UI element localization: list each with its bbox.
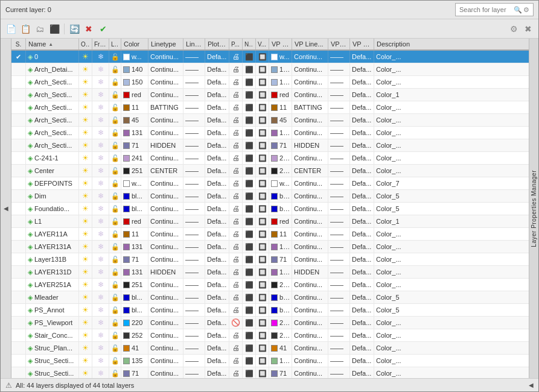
cell-lock[interactable]: 🔓 bbox=[109, 165, 121, 177]
cell-newvp[interactable]: ⬛ bbox=[243, 101, 256, 113]
cell-vpcolor-num[interactable]: 🔲 bbox=[256, 89, 269, 101]
cell-lineweight[interactable]: —— bbox=[183, 266, 205, 278]
cell-vpcolor-num[interactable]: 🔲 bbox=[256, 329, 269, 341]
cell-vpplotstyle[interactable]: Defa... bbox=[350, 203, 374, 215]
cell-description[interactable]: Color_... bbox=[374, 355, 529, 367]
cell-vplineweight[interactable]: —— bbox=[328, 367, 350, 378]
cell-name[interactable]: ◈ Struc_Secti... bbox=[26, 367, 79, 378]
cell-vpplotstyle[interactable]: Defa... bbox=[350, 355, 374, 367]
cell-linetype[interactable]: Continu... bbox=[148, 317, 183, 329]
cell-on[interactable]: ☀ bbox=[79, 215, 92, 227]
table-row[interactable]: ◈ Layer131B ☀ ❄ 🔓 71 Continu... —— Defa.… bbox=[11, 253, 529, 266]
cell-lineweight[interactable]: —— bbox=[183, 215, 205, 227]
cell-lock[interactable]: 🔓 bbox=[109, 51, 121, 63]
cell-vpcolor[interactable]: 11 bbox=[269, 101, 292, 113]
cell-vplinetype[interactable]: Continu... bbox=[292, 241, 328, 253]
cell-linetype[interactable]: Continu... bbox=[148, 215, 183, 227]
search-box[interactable]: 🔍 ⚙ bbox=[455, 3, 534, 16]
cell-linetype[interactable]: Continu... bbox=[148, 355, 183, 367]
close-button[interactable]: ✖ bbox=[521, 22, 535, 36]
cell-lock[interactable]: 🔓 bbox=[109, 152, 121, 164]
cell-linetype[interactable]: HIDDEN bbox=[148, 266, 183, 278]
cell-lock[interactable]: 🔓 bbox=[109, 304, 121, 316]
cell-vplineweight[interactable]: —— bbox=[328, 177, 350, 189]
cell-vplineweight[interactable]: —— bbox=[328, 279, 350, 291]
cell-linetype[interactable]: Continu... bbox=[148, 228, 183, 240]
cell-name[interactable]: ◈ LAYER11A bbox=[26, 228, 79, 240]
cell-linetype[interactable]: Continu... bbox=[148, 304, 183, 316]
cell-lock[interactable]: 🔓 bbox=[109, 190, 121, 202]
cell-description[interactable]: Color_1 bbox=[374, 215, 529, 227]
cell-plot[interactable]: 🖨 bbox=[229, 304, 243, 316]
cell-description[interactable]: Color_7 bbox=[374, 177, 529, 189]
cell-vpplotstyle[interactable]: Defa... bbox=[350, 152, 374, 164]
cell-name[interactable]: ◈ Arch_Secti... bbox=[26, 101, 79, 113]
cell-lock[interactable]: 🔓 bbox=[109, 101, 121, 113]
cell-name[interactable]: ◈ Stair_Conc... bbox=[26, 329, 79, 341]
cell-freeze[interactable]: ❄ bbox=[92, 228, 109, 240]
cell-newvp[interactable]: ⬛ bbox=[243, 291, 256, 303]
cell-newvp[interactable]: ⬛ bbox=[243, 51, 256, 63]
cell-on[interactable]: ☀ bbox=[79, 203, 92, 215]
cell-lineweight[interactable]: —— bbox=[183, 51, 205, 63]
cell-vplineweight[interactable]: —— bbox=[328, 51, 350, 63]
cell-vpcolor[interactable]: 252 bbox=[269, 329, 292, 341]
status-arrow-left[interactable]: ◀ bbox=[529, 382, 534, 388]
cell-color[interactable]: 140 bbox=[121, 63, 148, 75]
cell-vpplotstyle[interactable]: Defa... bbox=[350, 291, 374, 303]
cell-description[interactable]: Color_... bbox=[374, 253, 529, 265]
cell-description[interactable]: Color_5 bbox=[374, 203, 529, 215]
col-header-lineweight[interactable]: Linewei... bbox=[183, 39, 205, 49]
cell-vpcolor-num[interactable]: 🔲 bbox=[256, 367, 269, 378]
cell-vpcolor-num[interactable]: 🔲 bbox=[256, 253, 269, 265]
cell-lineweight[interactable]: —— bbox=[183, 114, 205, 126]
cell-linetype[interactable]: Continu... bbox=[148, 190, 183, 202]
cell-plot[interactable]: 🖨 bbox=[229, 342, 243, 354]
delete-button[interactable]: ✖ bbox=[82, 22, 95, 36]
cell-vpcolor-num[interactable]: 🔲 bbox=[256, 304, 269, 316]
cell-lineweight[interactable]: —— bbox=[183, 101, 205, 113]
cell-color[interactable]: 220 bbox=[121, 317, 148, 329]
cell-linetype[interactable]: Continu... bbox=[148, 63, 183, 75]
cell-vplinetype[interactable]: HIDDEN bbox=[292, 266, 328, 278]
col-header-vpcolor[interactable]: VP C... bbox=[269, 39, 292, 49]
cell-description[interactable]: Color_... bbox=[374, 329, 529, 341]
cell-plotstyle[interactable]: Defa... bbox=[205, 51, 229, 63]
cell-newvp[interactable]: ⬛ bbox=[243, 203, 256, 215]
search-settings-icon[interactable]: ⚙ bbox=[523, 6, 529, 14]
cell-lineweight[interactable]: —— bbox=[183, 241, 205, 253]
cell-vplineweight[interactable]: —— bbox=[328, 114, 350, 126]
col-header-description[interactable]: Description bbox=[374, 39, 529, 49]
cell-vpcolor[interactable]: 251 bbox=[269, 165, 292, 177]
cell-vpcolor-num[interactable]: 🔲 bbox=[256, 139, 269, 151]
cell-linetype[interactable]: Continu... bbox=[148, 203, 183, 215]
table-row[interactable]: ◈ Struc_Secti... ☀ ❄ 🔓 71 Continu... —— … bbox=[11, 367, 529, 378]
cell-linetype[interactable]: Continu... bbox=[148, 177, 183, 189]
cell-description[interactable]: Color_... bbox=[374, 165, 529, 177]
cell-lock[interactable]: 🔓 bbox=[109, 329, 121, 341]
cell-freeze[interactable]: ❄ bbox=[92, 329, 109, 341]
col-header-color[interactable]: Color bbox=[121, 39, 148, 49]
cell-lock[interactable]: 🔓 bbox=[109, 203, 121, 215]
cell-vpplotstyle[interactable]: Defa... bbox=[350, 101, 374, 113]
col-header-newvp[interactable]: N... bbox=[243, 39, 256, 49]
cell-vpcolor[interactable]: 241 bbox=[269, 152, 292, 164]
cell-vpplotstyle[interactable]: Defa... bbox=[350, 215, 374, 227]
cell-freeze[interactable]: ❄ bbox=[92, 190, 109, 202]
cell-vplineweight[interactable]: —— bbox=[328, 241, 350, 253]
cell-color[interactable]: bl... bbox=[121, 203, 148, 215]
cell-color[interactable]: w... bbox=[121, 51, 148, 63]
cell-newvp[interactable]: ⬛ bbox=[243, 152, 256, 164]
cell-plot[interactable]: 🚫 bbox=[229, 317, 243, 329]
cell-on[interactable]: ☀ bbox=[79, 101, 92, 113]
cell-vpcolor-num[interactable]: 🔲 bbox=[256, 63, 269, 75]
cell-name[interactable]: ◈ Dim bbox=[26, 190, 79, 202]
cell-description[interactable]: Color_... bbox=[374, 76, 529, 88]
cell-vpcolor[interactable]: 71 bbox=[269, 139, 292, 151]
cell-color[interactable]: bl... bbox=[121, 304, 148, 316]
cell-freeze[interactable]: ❄ bbox=[92, 241, 109, 253]
cell-on[interactable]: ☀ bbox=[79, 367, 92, 378]
cell-vplinetype[interactable]: Continu... bbox=[292, 253, 328, 265]
table-row[interactable]: ◈ Center ☀ ❄ 🔓 251 CENTER —— Defa... 🖨 ⬛ bbox=[11, 165, 529, 177]
cell-vplinetype[interactable]: CENTER bbox=[292, 165, 328, 177]
